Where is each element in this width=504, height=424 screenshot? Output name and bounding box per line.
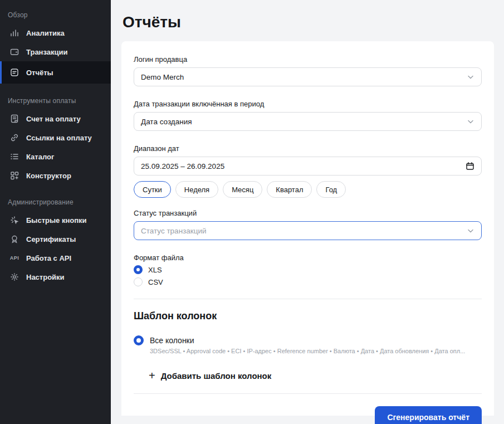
sidebar-item-transactions[interactable]: Транзакции: [0, 42, 111, 61]
sidebar-item-analytics[interactable]: Аналитика: [0, 23, 111, 42]
sidebar-item-payment-links[interactable]: Ссылки на оплату: [0, 128, 111, 147]
chevron-down-icon: [467, 73, 474, 81]
date-range-input[interactable]: 25.09.2025 – 26.09.2025: [134, 157, 482, 176]
form-footer: Сгенерировать отчёт: [134, 406, 482, 424]
sidebar-item-label: Ссылки на оплату: [26, 134, 92, 142]
radio-label: CSV: [148, 278, 163, 286]
sidebar-item-api[interactable]: API Работа с API: [0, 248, 111, 267]
sidebar-item-reports[interactable]: Отчёты: [0, 61, 111, 84]
calendar-icon[interactable]: [466, 162, 474, 170]
certificate-icon: [9, 234, 19, 244]
wallet-icon: [9, 47, 19, 57]
sidebar-item-label: Конструктор: [26, 172, 71, 180]
sidebar-item-label: Отчёты: [26, 69, 53, 77]
period-pill-year[interactable]: Год: [316, 181, 346, 198]
date-range-value: 25.09.2025 – 26.09.2025: [141, 162, 224, 170]
sidebar-item-label: Быстрые кнопки: [26, 216, 87, 225]
sidebar-item-catalog[interactable]: Каталог: [0, 147, 111, 166]
columns-template-heading: Шаблон колонок: [134, 310, 482, 322]
file-format-group: Формат файла XLS CSV: [134, 254, 482, 286]
transaction-date-select[interactable]: Дата создания: [134, 112, 482, 131]
sidebar-item-label: Настройки: [26, 273, 65, 281]
radio-selected-icon[interactable]: [134, 335, 144, 345]
sidebar-section-overview: Обзор Аналитика Транзакции Отчёты: [0, 6, 111, 84]
transaction-date-value: Дата создания: [141, 118, 192, 126]
sidebar-item-certificates[interactable]: Сертификаты: [0, 230, 111, 248]
status-select[interactable]: Статус транзакций: [134, 221, 482, 240]
chevron-down-icon: [467, 118, 474, 125]
sidebar: Обзор Аналитика Транзакции Отчёты Инстру…: [0, 0, 111, 424]
sidebar-item-label: Каталог: [26, 153, 54, 161]
link-icon: [9, 133, 19, 143]
period-pill-week[interactable]: Неделя: [175, 181, 218, 198]
file-format-option-csv[interactable]: CSV: [134, 277, 482, 286]
merchant-login-value: Demo Merch: [141, 73, 184, 81]
sidebar-item-label: Счет на оплату: [26, 115, 81, 123]
section-header-administration: Администрирование: [0, 193, 111, 211]
date-range-field: Диапазон дат 25.09.2025 – 26.09.2025 Сут…: [134, 144, 482, 198]
all-columns-description: 3DSec/SSL • Approval code • ECI • IP-адр…: [150, 348, 482, 354]
merchant-login-field: Логин продавца Demo Merch: [134, 55, 482, 86]
sparkle-icon: [9, 215, 19, 225]
page-title: Отчёты: [123, 13, 504, 31]
sidebar-section-payment-tools: Инструменты оплаты Счет на оплату Ссылки…: [0, 91, 111, 185]
status-field: Статус транзакций Статус транзакций: [134, 209, 482, 240]
status-label: Статус транзакций: [134, 209, 482, 217]
radio-unselected-icon[interactable]: [134, 277, 143, 286]
report-form-card: Логин продавца Demo Merch Дата транзакци…: [121, 41, 494, 416]
section-divider: [134, 299, 482, 299]
transaction-date-field: Дата транзакции включённая в период Дата…: [134, 100, 482, 131]
radio-label: XLS: [148, 266, 162, 274]
period-pill-quarter[interactable]: Квартал: [267, 181, 312, 198]
section-header-overview: Обзор: [0, 6, 111, 23]
bar-chart-icon: [9, 28, 19, 38]
sidebar-item-label: Аналитика: [26, 29, 65, 37]
period-pill-day[interactable]: Сутки: [134, 181, 171, 198]
sidebar-item-invoice[interactable]: Счет на оплату: [0, 109, 111, 128]
file-format-label: Формат файла: [134, 254, 482, 262]
status-placeholder: Статус транзакций: [141, 227, 207, 235]
all-columns-option[interactable]: Все колонки: [134, 335, 482, 345]
add-template-label: Добавить шаблон колонок: [161, 371, 272, 381]
sidebar-item-settings[interactable]: Настройки: [0, 267, 111, 286]
radio-selected-icon[interactable]: [134, 265, 143, 274]
api-icon: API: [9, 253, 19, 263]
footer-divider: [134, 393, 482, 394]
add-template-button[interactable]: + Добавить шаблон колонок: [149, 370, 482, 381]
merchant-login-label: Логин продавца: [134, 55, 482, 64]
invoice-icon: [9, 114, 19, 124]
plus-icon: +: [149, 370, 155, 381]
date-range-label: Диапазон дат: [134, 144, 482, 153]
file-format-option-xls[interactable]: XLS: [134, 265, 482, 274]
gear-icon: [9, 272, 19, 282]
all-columns-label: Все колонки: [150, 335, 194, 345]
sidebar-item-quick-buttons[interactable]: Быстрые кнопки: [0, 211, 111, 230]
main-content: Отчёты Логин продавца Demo Merch Дата тр…: [111, 0, 504, 424]
sidebar-item-label: Работа с API: [26, 254, 71, 262]
period-pills: Сутки Неделя Месяц Квартал Год: [134, 181, 482, 198]
merchant-login-select[interactable]: Demo Merch: [134, 67, 482, 86]
transaction-date-label: Дата транзакции включённая в период: [134, 100, 482, 108]
sidebar-item-label: Транзакции: [26, 48, 67, 56]
generate-report-button[interactable]: Сгенерировать отчёт: [375, 406, 482, 424]
report-icon: [9, 67, 19, 77]
chevron-down-icon: [467, 227, 474, 235]
section-header-payment-tools: Инструменты оплаты: [0, 91, 111, 109]
period-pill-month[interactable]: Месяц: [223, 181, 262, 198]
sidebar-section-administration: Администрирование Быстрые кнопки Сертифи…: [0, 193, 111, 286]
sidebar-item-label: Сертификаты: [26, 235, 76, 243]
sidebar-item-constructor[interactable]: Конструктор: [0, 166, 111, 185]
catalog-icon: [9, 152, 19, 162]
constructor-icon: [9, 170, 19, 181]
